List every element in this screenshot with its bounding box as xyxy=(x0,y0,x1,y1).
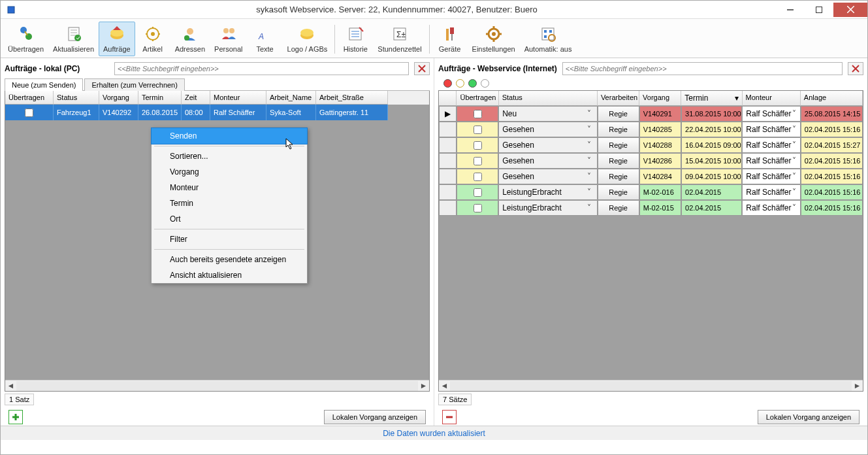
col-status[interactable]: Status xyxy=(499,91,598,106)
toolbar-texte[interactable]: ATexte xyxy=(248,22,283,56)
show-local-button-right[interactable]: Lokalen Vorgang anzeigen xyxy=(758,410,860,424)
svg-line-4 xyxy=(847,6,854,13)
svg-rect-23 xyxy=(446,29,449,41)
toolbar-aktualisieren[interactable]: Aktualisieren xyxy=(48,22,99,56)
toolbar-stundenzettel[interactable]: Σ±Stundenzettel xyxy=(373,22,426,56)
tab-neue[interactable]: Neue (zum Senden) xyxy=(5,78,83,91)
table-row[interactable]: Gesehen˅RegieV14028615.04.2015 10:00Ralf… xyxy=(439,153,863,169)
close-button[interactable] xyxy=(833,3,867,17)
toolbar-logo-agbs[interactable]: Logo / AGBs xyxy=(283,22,332,56)
table-row[interactable]: LeistungErbracht˅RegieM-02-01502.04.2015… xyxy=(439,200,863,216)
verarbeiten-button[interactable]: Regie xyxy=(598,153,639,169)
toolbar-adressen[interactable]: Adressen xyxy=(170,22,210,56)
context-menu-item[interactable]: Ort xyxy=(152,211,307,227)
col-verarbeiten[interactable]: Verarbeiten xyxy=(598,91,639,106)
app-icon xyxy=(5,5,18,15)
cell-status[interactable]: Gesehen˅ xyxy=(498,169,597,184)
delete-button[interactable] xyxy=(442,410,457,424)
context-menu-item[interactable]: Monteur xyxy=(152,180,307,195)
table-row[interactable]: LeistungErbracht˅RegieM-02-01602.04.2015… xyxy=(439,184,863,200)
col-header[interactable]: Arbeit_Straße xyxy=(316,91,388,105)
col-header[interactable]: Termin xyxy=(138,91,182,105)
maximize-button[interactable] xyxy=(805,3,833,17)
toolbar-personal[interactable]: Personal xyxy=(210,22,247,56)
toolbar-artikel[interactable]: Artikel xyxy=(135,22,170,56)
col-termin[interactable]: Termin ▾ xyxy=(681,91,742,106)
context-menu-item[interactable]: Vorgang xyxy=(152,164,307,180)
row-checkbox[interactable] xyxy=(25,109,33,117)
row-checkbox[interactable] xyxy=(474,126,482,134)
toolbar--bertragen[interactable]: Übertragen xyxy=(3,22,48,56)
row-checkbox-cell xyxy=(457,169,498,184)
col-header[interactable]: Übertragen xyxy=(5,91,54,105)
context-menu-item[interactable]: Senden xyxy=(151,127,308,144)
table-row[interactable]: Gesehen˅RegieV14028409.04.2015 10:00Ralf… xyxy=(439,169,863,184)
row-checkbox[interactable] xyxy=(474,141,482,150)
clear-search-local[interactable] xyxy=(414,62,430,75)
cell-monteur[interactable]: Ralf Schäffer˅ xyxy=(742,106,800,122)
add-button[interactable] xyxy=(8,410,23,424)
cell-monteur[interactable]: Ralf Schäffer˅ xyxy=(742,169,800,184)
show-local-button[interactable]: Lokalen Vorgang anzeigen xyxy=(324,410,426,424)
chevron-down-icon: ˅ xyxy=(791,203,796,212)
col-header[interactable]: Monteur xyxy=(210,91,266,105)
cell-monteur[interactable]: Ralf Schäffer˅ xyxy=(742,200,800,216)
context-menu-item[interactable]: Auch bereits gesendete anzeigen xyxy=(152,252,307,267)
minimize-button[interactable] xyxy=(776,3,805,17)
table-row[interactable]: Gesehen˅RegieV14028816.04.2015 09:00Ralf… xyxy=(439,137,863,153)
verarbeiten-button[interactable]: Regie xyxy=(598,137,639,153)
verarbeiten-button[interactable]: Regie xyxy=(598,106,639,122)
table-row[interactable]: ▶Neu˅RegieV14029131.08.2015 10:00Ralf Sc… xyxy=(439,106,863,122)
verarbeiten-button[interactable]: Regie xyxy=(598,122,639,137)
dot-red[interactable] xyxy=(443,79,452,88)
table-row[interactable]: Gesehen˅RegieV14028522.04.2015 10:00Ralf… xyxy=(439,122,863,137)
clear-search-webservice[interactable] xyxy=(848,62,863,75)
cell-status[interactable]: Neu˅ xyxy=(498,106,597,122)
row-checkbox[interactable] xyxy=(474,110,482,118)
row-checkbox[interactable] xyxy=(474,173,482,181)
cell-status[interactable]: LeistungErbracht˅ xyxy=(498,200,597,216)
context-menu-item[interactable]: Sortieren... xyxy=(152,148,307,164)
search-input-webservice[interactable] xyxy=(562,62,843,75)
dot-green[interactable] xyxy=(468,79,477,88)
table-row[interactable]: Fahrzeug1 V140292 26.08.2015 08:00 Ralf … xyxy=(5,105,429,120)
chevron-down-icon: ˅ xyxy=(585,141,594,150)
cell-monteur[interactable]: Ralf Schäffer˅ xyxy=(742,122,800,137)
dot-yellow[interactable] xyxy=(456,79,464,88)
toolbar-auftr-ge[interactable]: Aufträge xyxy=(99,22,135,56)
col-vorgang[interactable]: Vorgang xyxy=(639,91,681,106)
context-menu-item[interactable]: Termin xyxy=(152,195,307,211)
toolbar-historie[interactable]: Historie xyxy=(338,22,373,56)
col-header[interactable]: Status xyxy=(54,91,99,105)
status-filter-dots xyxy=(438,78,863,90)
col-monteur[interactable]: Monteur xyxy=(743,91,801,106)
col-header[interactable]: Vorgang xyxy=(99,91,138,105)
dot-gray[interactable] xyxy=(481,79,489,88)
col-header[interactable]: Zeit xyxy=(182,91,210,105)
scrollbar-horizontal[interactable]: ◄► xyxy=(5,380,429,391)
row-checkbox[interactable] xyxy=(474,157,482,165)
col-anlage[interactable]: Anlage xyxy=(801,91,863,106)
row-checkbox[interactable] xyxy=(474,204,482,212)
toolbar-einstellungen[interactable]: Einstellungen xyxy=(468,22,520,56)
verarbeiten-button[interactable]: Regie xyxy=(598,200,639,216)
cell-monteur[interactable]: Ralf Schäffer˅ xyxy=(742,137,800,153)
cell-status[interactable]: Gesehen˅ xyxy=(498,122,597,137)
col-header[interactable]: Arbeit_Name xyxy=(266,91,316,105)
context-menu-item[interactable]: Filter xyxy=(152,231,307,247)
col-uebertragen[interactable]: Übertragen xyxy=(457,91,498,106)
verarbeiten-button[interactable]: Regie xyxy=(598,169,639,184)
cell-status[interactable]: Gesehen˅ xyxy=(498,137,597,153)
cell-status[interactable]: Gesehen˅ xyxy=(498,153,597,169)
cell-monteur[interactable]: Ralf Schäffer˅ xyxy=(742,184,800,200)
toolbar-automatik-aus[interactable]: Automatik: aus xyxy=(520,22,577,56)
cell-monteur[interactable]: Ralf Schäffer˅ xyxy=(742,153,800,169)
scrollbar-horizontal[interactable]: ◄► xyxy=(439,380,863,391)
cell-status[interactable]: LeistungErbracht˅ xyxy=(498,184,597,200)
toolbar-ger-te[interactable]: Geräte xyxy=(432,22,468,56)
tab-erhalten[interactable]: Erhalten (zum Verrechnen) xyxy=(84,78,184,91)
row-checkbox[interactable] xyxy=(474,188,482,197)
search-input-local[interactable] xyxy=(114,62,409,75)
verarbeiten-button[interactable]: Regie xyxy=(598,184,639,200)
context-menu-item[interactable]: Ansicht aktualisieren xyxy=(152,267,307,283)
